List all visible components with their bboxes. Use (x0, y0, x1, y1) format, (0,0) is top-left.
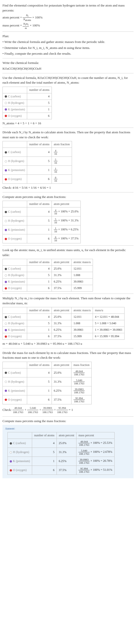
mass-percents-table: number of atoms atom percent mass percen… (7, 432, 115, 475)
table-row: K (potassium)16.25%39.0983188.1763 (3, 386, 92, 395)
table-row: K (potassium)16.25%39.09831 × 39.0983 = … (3, 327, 125, 333)
element-color-icon (5, 274, 7, 276)
answer-box: Answer: number of atoms atom percent mas… (2, 425, 134, 478)
plan-bullet: • Finally, compute the percents and chec… (2, 51, 134, 56)
plan-title: Plan: (2, 34, 134, 39)
mass-fractions-table: number of atoms atom percent mass fracti… (2, 362, 92, 404)
table-row: H (hydrogen)5516 × 100% = 31.3% (3, 216, 81, 226)
element-color-icon (10, 442, 12, 444)
formula-title: Write the chemical formula: (2, 60, 134, 66)
element-color-icon (10, 460, 12, 462)
divider (2, 192, 134, 192)
table-row: K (potassium)1116 × 100% = 6.25% (3, 226, 81, 234)
element-color-icon (5, 211, 7, 213)
divider (2, 245, 134, 246)
table-row: K (potassium)1116 (3, 166, 72, 175)
element-color-icon (5, 329, 7, 331)
atomic-mass-section: Look up the atomic mass, m_i, in unified… (2, 248, 134, 292)
table-row: O (oxygen)637.5%15.9996 × 15.999 = 95.99… (3, 333, 125, 340)
mass-percents-intro: Compute mass percents using the mass fra… (2, 418, 134, 424)
table-row: H (hydrogen)531.3%5.040188.1763 (3, 377, 92, 386)
table-row: C (carbon)425.0%48.044188.1763 (3, 368, 92, 377)
divider (2, 32, 134, 32)
mass-fractions-intro: Divide the mass for each element by m to… (2, 350, 134, 360)
element-color-icon (5, 390, 7, 392)
table-header-row: number of atoms (3, 86, 52, 93)
element-color-icon (5, 151, 7, 154)
element-color-icon (5, 316, 7, 318)
mass-percents-section: Compute mass percents using the mass fra… (2, 418, 134, 478)
atom-percents-intro: Compute atom percents using the atom fra… (2, 194, 134, 200)
molecular-mass-sum: m = 48.044 u + 5.040 u + 39.0983 u + 95.… (2, 341, 134, 346)
table-row: C (carbon)4416 (3, 148, 72, 157)
divider (2, 128, 134, 128)
table-row: O (oxygen)637.5%95.994188.1763 × 100% = … (8, 466, 115, 475)
molecular-mass-section: Multiply N_i by m_i to compute the mass … (2, 296, 134, 346)
plan-bullet: • Determine values for N_i, m_i, N_atoms… (2, 46, 134, 50)
divider (2, 73, 134, 74)
element-color-icon (5, 115, 7, 117)
element-color-icon (5, 238, 7, 240)
element-color-icon (5, 108, 7, 110)
element-color-icon (5, 169, 7, 172)
table-row: O (oxygen)637.5%95.994188.1763 (3, 395, 92, 404)
table-row: H (hydrogen)531.3%1.0085 × 1.008 = 5.040 (3, 320, 125, 327)
table-row: C (carbon)4 (3, 93, 52, 100)
element-color-icon (5, 268, 7, 270)
element-color-icon (5, 102, 7, 104)
table-header-row: number of atoms atom fraction (3, 141, 72, 148)
divider (2, 416, 134, 416)
plan-bullet: • Write the chemical formula and gather … (2, 40, 134, 44)
table-header-row: number of atoms atom percent atomic mass… (3, 307, 125, 314)
table-header-row: number of atoms atom percent (3, 201, 81, 208)
table-header-row: number of atoms atom percent atomic mass… (3, 259, 93, 266)
atomic-mass-table: number of atoms atom percent atomic mass… (2, 259, 93, 292)
element-color-icon (5, 229, 7, 231)
element-color-icon (5, 372, 7, 374)
element-color-icon (5, 178, 7, 180)
count-atoms-section: Use the chemical formula, KO₂CCH(OH)CH(O… (2, 76, 134, 126)
table-row: H (hydrogen)531.3%5.040188.1763 × 100% =… (8, 448, 115, 457)
fractions-check: Check: 4/16 + 5/16 + 1/16 + 6/16 = 1 (2, 185, 134, 190)
molecular-mass-intro: Multiply N_i by m_i to compute the mass … (2, 296, 134, 306)
atom-percent-equation: atom percent = Ni Natoms × 100% (2, 14, 134, 22)
table-row: O (oxygen)6616 × 100% = 37.5% (3, 234, 81, 243)
element-color-icon (5, 322, 7, 325)
table-row: K (potassium)16.25%39.0983188.1763 × 100… (8, 457, 115, 466)
table-row: O (oxygen)6616 (3, 175, 72, 184)
mass-fractions-section: Divide the mass for each element by m to… (2, 350, 134, 414)
element-color-icon (5, 281, 7, 283)
atom-fractions-table: number of atoms atom fraction C (carbon)… (2, 141, 72, 184)
element-color-icon (5, 160, 7, 162)
table-header-row: number of atoms atom percent mass fracti… (3, 362, 92, 368)
element-color-icon (5, 336, 7, 338)
answer-label: Answer: (5, 427, 131, 430)
element-color-icon (5, 399, 7, 401)
atom-fractions-section: Divide each N_i by N_atoms to calculate … (2, 130, 134, 190)
divider (2, 348, 134, 348)
plan-section: Plan: • Write the chemical formula and g… (2, 34, 134, 56)
divider (2, 58, 134, 58)
table-row: O (oxygen)637.5%15.999 (3, 285, 93, 292)
mass-fractions-check: Check: 48.044188.1763 + 5.040188.1763 + … (2, 406, 134, 414)
count-intro: Use the chemical formula, KO₂CCH(OH)CH(O… (2, 76, 134, 85)
table-row: K (potassium)16.25%39.0983 (3, 278, 93, 285)
element-color-icon (5, 381, 7, 383)
count-table: number of atoms C (carbon)4 H (hydrogen)… (2, 86, 52, 119)
molecular-mass-table: number of atoms atom percent atomic mass… (2, 307, 125, 340)
table-row: C (carbon)425.0%12.0114 × 12.011 = 48.04… (3, 314, 125, 320)
table-row: C (carbon)4416 × 100% = 25.0% (3, 208, 81, 216)
table-row: H (hydrogen)5 (3, 100, 52, 106)
table-row: H (hydrogen)531.3%1.008 (3, 272, 93, 278)
table-row: K (potassium)1 (3, 106, 52, 112)
table-row: H (hydrogen)5516 (3, 157, 72, 166)
element-color-icon (5, 220, 7, 222)
mass-percent-equation: mass percent = Nimi m × 100% (2, 22, 134, 29)
intro-section: Find the elemental composition for potas… (2, 3, 134, 30)
atom-percents-section: Compute atom percents using the atom fra… (2, 194, 134, 244)
table-row: C (carbon)425.0%48.044188.1763 × 100% = … (8, 439, 115, 448)
element-color-icon (10, 469, 12, 472)
atomic-mass-intro: Look up the atomic mass, m_i, in unified… (2, 248, 134, 257)
fractions-intro: Divide each N_i by N_atoms to calculate … (2, 130, 134, 140)
formula-section: Write the chemical formula: KO₂CCH(OH)CH… (2, 60, 134, 71)
